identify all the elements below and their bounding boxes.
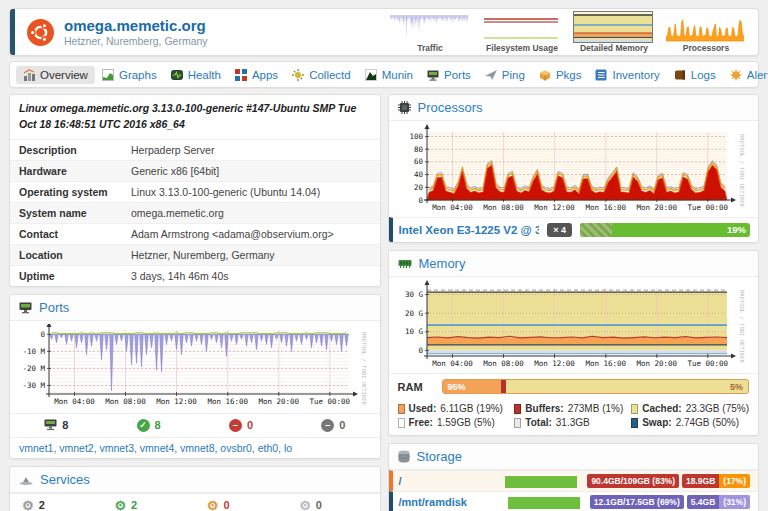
storage-usage-minigraph[interactable] <box>508 496 580 509</box>
services-count-total[interactable]: ⚙2 <box>10 499 102 511</box>
ram-buffers-segment <box>501 380 506 393</box>
used-swatch-icon <box>398 404 405 414</box>
svg-text:Mon 16:00: Mon 16:00 <box>586 203 627 212</box>
minigraph-detailed-memory[interactable]: Detailed Memory <box>574 12 654 53</box>
svg-text:20 G: 20 G <box>405 309 424 318</box>
device-hostname-link[interactable]: omega.memetic.org <box>64 17 208 34</box>
service-gear-ok-icon: ⚙ <box>114 499 126 511</box>
tab-apps[interactable]: Apps <box>228 66 285 84</box>
svg-text:Mon 04:00: Mon 04:00 <box>432 359 473 368</box>
svg-text:Mon 04:00: Mon 04:00 <box>432 203 473 212</box>
svg-text:Mon 04:00: Mon 04:00 <box>54 397 95 406</box>
row-label: Uptime <box>19 270 131 282</box>
memory-title-link[interactable]: Memory <box>419 256 466 271</box>
minigraph-filesystem[interactable]: Filesystem Usage <box>482 12 562 53</box>
svg-text:Mon 20:00: Mon 20:00 <box>258 397 299 406</box>
svg-text:-30 M: -30 M <box>22 380 45 389</box>
processors-minigraph-image[interactable] <box>666 12 744 42</box>
left-column: Linux omega.memetic.org 3.13.0-100-gener… <box>9 94 381 511</box>
ports-count-down[interactable]: –0 <box>195 419 287 432</box>
svg-text:Mon 20:00: Mon 20:00 <box>637 203 678 212</box>
tab-pkgs[interactable]: Pkgs <box>532 66 589 84</box>
filesystem-minigraph-image[interactable] <box>482 12 560 42</box>
row-label: Contact <box>19 228 131 240</box>
legend-swap: Swap:2.74GB (50%) <box>631 417 749 428</box>
count-value: 2 <box>131 499 137 511</box>
tab-inventory[interactable]: Inventory <box>588 66 666 84</box>
storage-usage-minigraph[interactable] <box>505 475 577 488</box>
row-value: Generic x86 [64bit] <box>131 165 219 177</box>
tab-collectd[interactable]: Collectd <box>285 66 358 84</box>
sysinfo-row: DescriptionHerpaderp Server <box>10 139 380 160</box>
svg-text:Mon 16:00: Mon 16:00 <box>586 359 627 368</box>
ports-title-link[interactable]: Ports <box>39 300 69 315</box>
row-value: Herpaderp Server <box>131 144 214 156</box>
svg-text:Mon 08:00: Mon 08:00 <box>483 359 524 368</box>
processors-panel: Processors 020406080100Mon 04:00Mon 08:0… <box>388 94 760 243</box>
ports-list[interactable]: vmnet1, vmnet2, vmnet3, vmnet4, vmnet8, … <box>10 437 380 458</box>
service-gear-off-icon: ⚙ <box>299 499 311 511</box>
tab-ports[interactable]: Ports <box>420 66 478 84</box>
alerts-icon <box>730 69 742 81</box>
ports-count-disabled[interactable]: –0 <box>287 419 379 432</box>
svg-text:10 G: 10 G <box>405 327 424 336</box>
munin-icon <box>365 69 377 81</box>
sysinfo-row: ContactAdam Armstrong <adama@observium.o… <box>10 223 380 244</box>
tab-label: Pkgs <box>556 69 582 81</box>
ports-panel: Ports 0-10 M-20 M-30 MMon 04:00Mon 08:00… <box>9 294 381 459</box>
tab-ping[interactable]: Ping <box>478 66 532 84</box>
graphs-icon <box>102 69 114 81</box>
svg-text:Tue 00:00: Tue 00:00 <box>309 397 350 406</box>
processors-graph[interactable]: 020406080100Mon 04:00Mon 08:00Mon 12:00M… <box>389 121 759 217</box>
cpu-usage-fill <box>580 223 612 237</box>
minigraph-processors[interactable]: Processors <box>666 12 746 53</box>
services-count-disabled[interactable]: ⚙0 <box>287 499 379 511</box>
tab-label: Collectd <box>309 69 351 81</box>
services-title-link[interactable]: Services <box>40 472 90 487</box>
logs-icon <box>674 69 686 81</box>
memory-minigraph-image[interactable] <box>574 12 652 42</box>
tab-munin[interactable]: Munin <box>358 66 420 84</box>
overview-icon <box>23 69 35 81</box>
storage-free-badge: 5.4GB(31%) <box>687 495 750 509</box>
tab-label: Logs <box>691 69 716 81</box>
ports-count-total[interactable]: 8 <box>10 419 102 431</box>
minigraph-label: Detailed Memory <box>574 43 654 53</box>
services-count-up[interactable]: ⚙2 <box>102 499 194 511</box>
tab-health[interactable]: Health <box>164 66 228 84</box>
svg-text:20: 20 <box>414 183 424 192</box>
cpu-usage-bar: 19% <box>580 223 750 237</box>
svg-text:60: 60 <box>414 157 424 166</box>
mount-link[interactable]: / <box>399 475 506 487</box>
traffic-minigraph-image[interactable] <box>390 12 468 42</box>
tab-logs[interactable]: Logs <box>667 66 723 84</box>
tab-graphs[interactable]: Graphs <box>95 66 164 84</box>
count-value: 0 <box>247 419 253 431</box>
tab-overview[interactable]: Overview <box>16 66 95 84</box>
storage-title-link[interactable]: Storage <box>417 449 463 464</box>
minus-circle-icon: – <box>321 419 334 432</box>
minigraph-label: Processors <box>666 43 746 53</box>
mount-link[interactable]: /mnt/ramdisk <box>399 496 508 508</box>
ram-label: RAM <box>398 381 432 393</box>
cpu-name-link[interactable]: Intel Xeon E3-1225 V2 @ 3.20GHz <box>399 224 540 236</box>
total-swatch-icon <box>514 418 521 428</box>
tab-alerts[interactable]: Alerts <box>723 66 768 84</box>
storage-row: / 90.4GB/109GB (83%)18.9GB(17%) <box>389 470 759 491</box>
device-identity: omega.memetic.org Hetzner, Nuremberg, Ge… <box>64 17 208 46</box>
tab-label: Graphs <box>119 69 157 81</box>
services-count-down[interactable]: ⚙0 <box>195 499 287 511</box>
memory-graph[interactable]: 010 G20 G30 GMon 04:00Mon 08:00Mon 12:00… <box>389 277 759 373</box>
port-icon <box>44 419 57 431</box>
sysinfo-row: System nameomega.memetic.org <box>10 202 380 223</box>
svg-text:Mon 12:00: Mon 12:00 <box>534 203 575 212</box>
pkgs-icon <box>539 69 551 81</box>
row-label: System name <box>19 207 131 219</box>
device-location: Hetzner, Nuremberg, Germany <box>64 35 208 47</box>
ports-graph[interactable]: 0-10 M-20 M-30 MMon 04:00Mon 08:00Mon 12… <box>10 321 380 413</box>
ram-free-percent: 5% <box>730 382 743 392</box>
row-value: Adam Armstrong <adama@observium.org> <box>131 228 334 240</box>
minigraph-traffic[interactable]: Traffic <box>390 12 470 53</box>
ports-count-up[interactable]: ✓8 <box>102 419 194 432</box>
processors-title-link[interactable]: Processors <box>418 100 483 115</box>
